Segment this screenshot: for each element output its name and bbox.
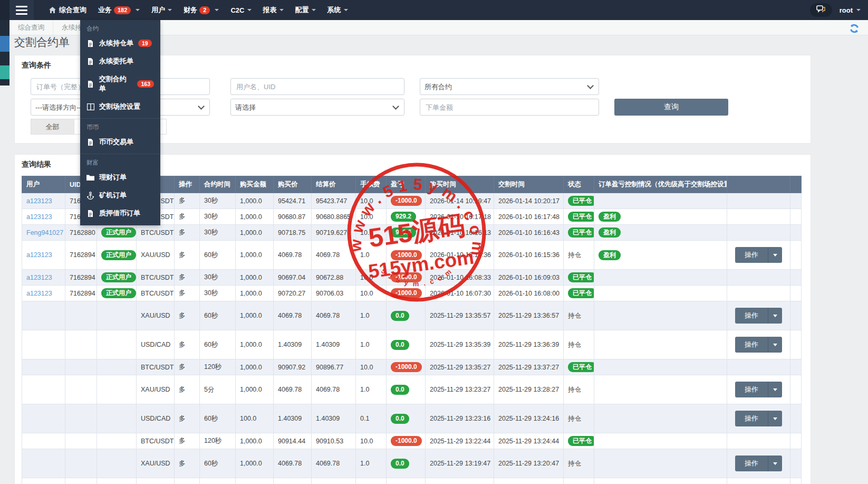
cell-buy-price: 1.40309 [274,330,312,359]
user-link[interactable]: a123123 [26,213,52,221]
pnl-badge: 0.0 [391,459,409,469]
cell-fee: 10.0 [356,270,387,286]
column-header: 购买时间 [426,176,494,193]
user-link[interactable]: a123123 [26,251,52,259]
refresh-icon[interactable] [849,23,860,34]
table-row: BTC/USDT多120秒1,000.090914.4490910.5310.0… [22,433,802,449]
cell-amount: 1,000.0 [236,359,274,375]
cell-control [594,433,727,449]
sidebar-toggle-button[interactable] [9,0,34,20]
chat-button[interactable] [810,3,832,17]
cell-control [594,193,727,209]
chevron-down-icon [773,315,777,317]
dropdown-item[interactable]: 交割场控设置 [80,98,160,116]
row-action-caret[interactable] [768,382,782,397]
row-action-caret[interactable] [768,337,782,353]
dropdown-item[interactable]: 永续委托单 [80,52,160,70]
dropdown-item[interactable]: 币币交易单 [80,133,160,151]
dropdown-item-label: 币币交易单 [99,137,133,147]
dropdown-item[interactable]: 永续持仓单19 [80,34,160,52]
status-text: 持仓 [568,312,581,319]
cell-buy-time: 2025-11-29 13:23:27 [426,375,494,404]
cell-pnl: 900.6 [387,225,426,241]
row-action-caret[interactable] [768,247,782,263]
cell-pnl: 0.0 [387,330,426,359]
user-link[interactable]: a123123 [26,197,52,205]
nav-item-1[interactable]: 业务182 [92,0,146,20]
status-badge: 已平仓 [568,362,594,372]
cell-status: 持仓 [564,449,594,478]
cell-direction: 多 [175,359,200,375]
contract-select[interactable]: 所有合约 [420,78,599,95]
cell-delivery-time: 2025-11-29 13:24:44 [494,433,564,449]
filter-tab[interactable]: 全部 [31,119,74,135]
user-link[interactable]: a123123 [26,290,52,297]
cell-uid [65,301,97,330]
control-badge: 盈利 [599,250,621,260]
row-action-button[interactable]: 操作 [735,308,782,324]
column-header [790,176,802,193]
user-link[interactable]: Feng941027 [26,229,63,236]
row-action-button[interactable]: 操作 [735,337,782,353]
row-action-button[interactable]: 操作 [735,455,782,471]
status-badge: 已平仓 [568,272,594,282]
cell-type [97,433,137,449]
column-header: 订单盈亏控制情况（优先级高于交割场控设置） [594,176,727,193]
status-badge: 已平仓 [568,436,594,446]
nav-item-7[interactable]: 系统 [322,0,354,20]
cell-pnl: 929.2 [387,209,426,225]
amount-input[interactable] [420,99,599,116]
row-action-button[interactable]: 操作 [735,247,782,263]
cell-buy-time: 2025-11-29 13:35:57 [426,301,494,330]
user-uid-input[interactable] [230,78,404,95]
cell-spare [790,449,802,478]
nav-item-2[interactable]: 用户 [146,0,178,20]
cell-type: 正式用户 [97,241,137,270]
control-badge: 盈利 [599,227,621,238]
cell-amount: 1,000.0 [236,270,274,286]
dropdown-item[interactable]: 矿机订单 [80,186,160,204]
cell-spare [790,301,802,330]
cell-contract: XTZ/USDT [137,478,175,484]
row-action-label: 操作 [735,382,768,397]
cell-amount: 10,000.0 [236,478,274,484]
cell-action: 操作 [727,404,790,433]
cell-pnl: 0.0 [387,449,426,478]
cell-delivery-time: 2025-11-29 13:20:47 [494,449,564,478]
columns-icon [86,103,94,110]
type-select[interactable]: 请选择 [230,99,404,116]
cell-direction: 多 [175,404,200,433]
folder-icon [86,174,94,181]
nav-item-overview[interactable]: 综合查询 [43,0,92,20]
dropdown-item[interactable]: 交割合约单163 [80,70,160,98]
table-row: BTC/USDT多120秒1,000.090907.9290896.7710.0… [22,359,802,375]
row-action-button[interactable]: 操作 [735,411,782,426]
cell-buy-price: 90914.44 [274,433,312,449]
cell-direction: 多 [175,241,200,270]
row-action-caret[interactable] [768,411,782,426]
cell-buy-time: 2026-01-10 16:16:13 [426,225,494,241]
cell-delivery-time: 2025-11-29 13:37:27 [494,359,564,375]
dropdown-item[interactable]: 质押借币订单 [80,204,160,222]
status-text: 持仓 [568,251,581,259]
cell-action: 操作 [727,375,790,404]
search-button[interactable]: 查询 [614,99,728,116]
cell-spare [790,359,802,375]
nav-item-5[interactable]: 报表 [257,0,290,20]
cell-user [22,478,65,484]
nav-item-3[interactable]: 财务2 [178,0,225,20]
user-link[interactable]: a123123 [26,274,52,281]
user-menu[interactable]: root [840,6,861,14]
nav-item-4[interactable]: C2C [225,0,257,20]
cell-contract: USD/CAD [137,330,175,359]
row-action-caret[interactable] [768,308,782,324]
dropdown-item[interactable]: 理财订单 [80,168,160,186]
cell-buy-price: 0.5773 [274,478,312,484]
cell-control [594,270,727,286]
cell-settle-price: 4069.78 [312,301,356,330]
row-action-button[interactable]: 操作 [735,382,782,397]
cell-uid [65,375,97,404]
page-tab[interactable]: 综合查询 [9,20,53,35]
nav-item-6[interactable]: 配置 [290,0,322,20]
row-action-caret[interactable] [768,455,782,471]
